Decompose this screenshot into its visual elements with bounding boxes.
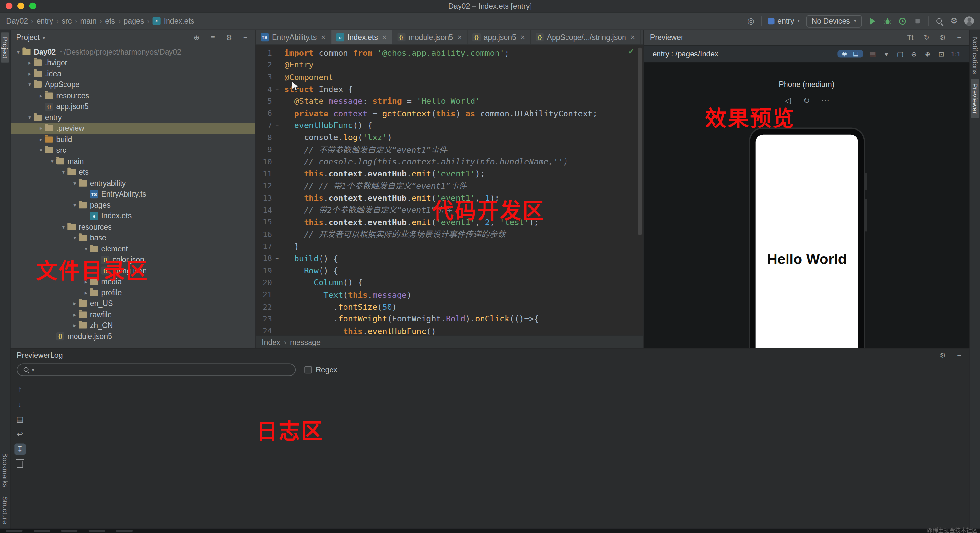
tool-stripe-bookmarks[interactable]: Bookmarks (1, 448, 10, 492)
close-tab-icon[interactable]: × (458, 33, 462, 41)
tree-item-EntryAbility.ts[interactable]: TSEntryAbility.ts (11, 188, 255, 199)
tree-chevron-icon[interactable]: ▾ (14, 49, 22, 55)
tab-app.json5[interactable]: {}app.json5× (467, 30, 530, 45)
breadcrumb-item-pages[interactable]: pages (124, 16, 144, 25)
tool-stripe-project[interactable]: Project (1, 32, 10, 62)
stop-button[interactable] (913, 16, 922, 25)
tree-chevron-icon[interactable]: ▸ (71, 300, 79, 306)
inspector-icon[interactable]: ◉ (840, 51, 848, 57)
grid-view-icon[interactable]: ▦ (869, 50, 877, 57)
font-scale-icon[interactable]: Tt (906, 34, 914, 41)
project-tree[interactable]: ▾Day02~/Desktop/project/harmonyos/Day02▸… (11, 45, 255, 348)
collapse-all-icon[interactable]: ≡ (209, 34, 217, 41)
log-search-input[interactable] (36, 365, 291, 374)
account-avatar[interactable] (964, 16, 974, 26)
phone-screen[interactable]: Hello World (756, 135, 858, 348)
tree-chevron-icon[interactable]: ▸ (37, 125, 45, 131)
tree-chevron-icon[interactable]: ▾ (37, 147, 45, 153)
settings-icon[interactable]: ⚙ (939, 352, 947, 359)
tree-chevron-icon[interactable]: ▸ (82, 279, 90, 285)
grid-view-chevron-icon[interactable]: ▾ (883, 50, 891, 57)
tree-item-.hvigor[interactable]: ▸.hvigor (11, 57, 255, 68)
more-icon[interactable]: ⋯ (821, 96, 829, 104)
tab-module.json5[interactable]: {}module.json5× (392, 30, 467, 45)
log-output-area[interactable] (30, 378, 970, 529)
refresh-icon[interactable]: ↻ (923, 34, 931, 41)
close-tab-icon[interactable]: × (630, 33, 635, 41)
clear-log-icon[interactable] (17, 461, 23, 468)
editor-scrollbar[interactable] (638, 48, 642, 236)
tree-chevron-icon[interactable]: ▾ (71, 235, 79, 241)
breadcrumb-item-ets[interactable]: ets (105, 16, 115, 25)
tab-Index.ets[interactable]: eIndex.ets× (331, 30, 392, 45)
actual-size-icon[interactable]: 1:1 (951, 50, 961, 57)
tree-item-AppScope[interactable]: ▾AppScope (11, 79, 255, 90)
scroll-down-icon[interactable]: ↓ (14, 399, 25, 410)
breadcrumb-item-entry[interactable]: entry (37, 16, 53, 25)
tree-item-pages[interactable]: ▾pages (11, 199, 255, 211)
hide-panel-icon[interactable]: − (955, 352, 963, 359)
scroll-up-icon[interactable]: ↑ (14, 383, 25, 395)
search-options-chevron-icon[interactable]: ▾ (32, 367, 34, 372)
send-to-device-icon[interactable]: ◁ (784, 96, 792, 104)
tree-item-base[interactable]: ▾base (11, 232, 255, 243)
tree-item-element[interactable]: ▾element (11, 243, 255, 254)
tree-item-.idea[interactable]: ▸.idea (11, 68, 255, 79)
settings-icon[interactable]: ⚙ (950, 17, 958, 25)
tree-item-src[interactable]: ▾src (11, 145, 255, 156)
fold-icon[interactable]: − (272, 255, 283, 262)
close-tab-icon[interactable]: × (382, 33, 387, 41)
run-button[interactable] (868, 16, 877, 25)
run-config-selector[interactable]: entry ▾ (768, 16, 800, 25)
device-manager-icon[interactable]: ◎ (747, 17, 755, 25)
tree-item-Index.ets[interactable]: eIndex.ets (11, 211, 255, 222)
tree-item-main[interactable]: ▾main (11, 156, 255, 167)
tree-chevron-icon[interactable]: ▾ (59, 169, 67, 175)
tree-chevron-icon[interactable]: ▸ (71, 322, 79, 329)
breadcrumb-item-Day02[interactable]: Day02 (6, 16, 28, 25)
code-editor[interactable]: 1234−567−89101112131415161718−19−20−2122… (256, 45, 643, 335)
locate-file-icon[interactable]: ⊕ (192, 34, 200, 41)
settings-icon[interactable]: ⚙ (939, 34, 947, 41)
close-tab-icon[interactable]: × (520, 33, 525, 41)
zoom-out-icon[interactable]: ⊖ (910, 50, 918, 57)
breadcrumb-item-src[interactable]: src (62, 16, 72, 25)
tree-item-.preview[interactable]: ▸.preview (11, 123, 255, 134)
tree-chevron-icon[interactable]: ▸ (82, 289, 90, 295)
tree-item-media[interactable]: ▸media (11, 276, 255, 287)
frame-icon[interactable]: ▢ (896, 50, 904, 57)
tree-chevron-icon[interactable]: ▾ (59, 224, 67, 230)
tab-EntryAbility.ts[interactable]: TSEntryAbility.ts× (256, 30, 331, 45)
regex-toggle[interactable]: Regex (304, 365, 337, 374)
settings-icon[interactable]: ⚙ (225, 34, 233, 41)
profiler-button[interactable] (898, 16, 907, 25)
fold-icon[interactable]: − (272, 316, 283, 322)
tree-chevron-icon[interactable]: ▾ (25, 81, 34, 88)
fold-icon[interactable]: − (272, 86, 283, 92)
tree-chevron-icon[interactable]: ▸ (37, 136, 45, 142)
tree-chevron-icon[interactable]: ▾ (71, 202, 79, 208)
hide-panel-icon[interactable]: − (955, 34, 963, 41)
tree-item-Day02[interactable]: ▾Day02~/Desktop/project/harmonyos/Day02 (11, 46, 255, 57)
editor-breadcrumb-item-message[interactable]: message (290, 337, 320, 346)
soft-wrap-icon[interactable]: ↩ (14, 429, 25, 440)
zoom-in-icon[interactable]: ⊕ (924, 50, 932, 57)
rotate-icon[interactable]: ↻ (802, 96, 810, 104)
tree-chevron-icon[interactable]: ▾ (25, 114, 34, 120)
chevron-down-icon[interactable]: ▾ (43, 35, 45, 40)
tree-item-color.json[interactable]: {}color.json (11, 254, 255, 265)
fold-icon[interactable]: − (272, 122, 283, 128)
tree-item-profile[interactable]: ▸profile (11, 287, 255, 298)
tree-chevron-icon[interactable]: ▸ (37, 93, 45, 99)
select-log-icon[interactable]: ▤ (14, 413, 25, 425)
tree-chevron-icon[interactable]: ▾ (82, 246, 90, 252)
hide-panel-icon[interactable]: − (241, 34, 249, 41)
fit-screen-icon[interactable]: ⊡ (937, 50, 945, 57)
tree-item-build[interactable]: ▸build (11, 134, 255, 145)
minimize-window-button[interactable] (18, 3, 24, 10)
tree-item-entry[interactable]: ▾entry (11, 112, 255, 123)
close-window-button[interactable] (5, 3, 12, 10)
tree-item-zh_CN[interactable]: ▸zh_CN (11, 320, 255, 331)
tree-chevron-icon[interactable]: ▾ (48, 158, 56, 164)
fold-icon[interactable]: − (272, 280, 283, 286)
